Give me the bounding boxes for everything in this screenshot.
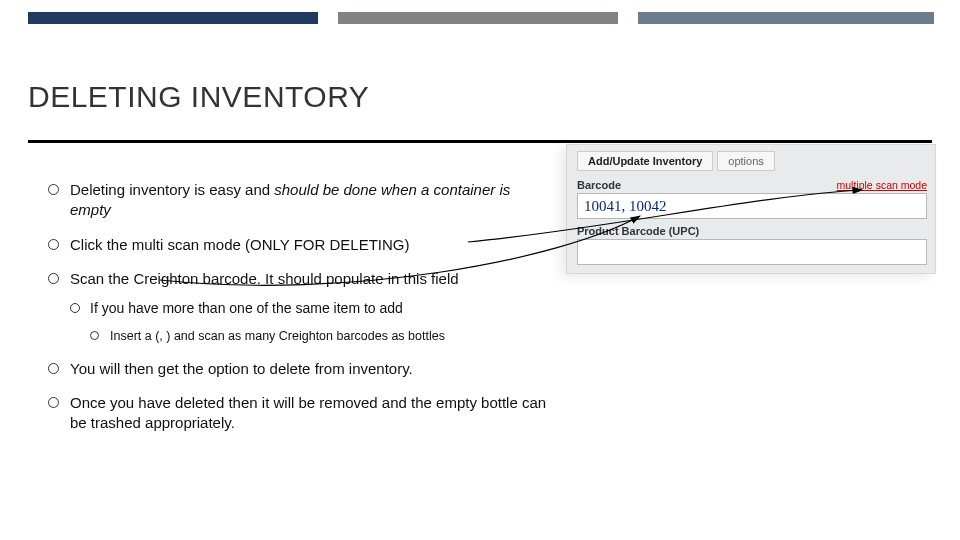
accent-seg-1 bbox=[28, 12, 318, 24]
bullet-3-1-text: If you have more than one of the same it… bbox=[90, 300, 403, 316]
barcode-input[interactable] bbox=[577, 193, 927, 219]
title-block: DELETING INVENTORY bbox=[28, 80, 932, 143]
accent-seg-3 bbox=[638, 12, 934, 24]
multi-scan-link[interactable]: multiple scan mode bbox=[837, 179, 927, 191]
bullet-1-text-a: Deleting inventory is easy and bbox=[70, 181, 274, 198]
upc-input[interactable] bbox=[577, 239, 927, 265]
accent-bar bbox=[0, 12, 960, 24]
upc-label: Product Barcode (UPC) bbox=[577, 225, 699, 237]
inventory-panel: Add/Update Inventory options Barcode mul… bbox=[566, 144, 936, 274]
bullet-2: Click the multi scan mode (ONLY FOR DELE… bbox=[48, 235, 548, 255]
bullet-3: Scan the Creighton barcode. It should po… bbox=[48, 269, 548, 345]
bullet-3-1: If you have more than one of the same it… bbox=[70, 299, 548, 345]
bullet-4: You will then get the option to delete f… bbox=[48, 359, 548, 379]
slide-title: DELETING INVENTORY bbox=[28, 80, 932, 114]
tab-options[interactable]: options bbox=[717, 151, 774, 171]
panel-tabs: Add/Update Inventory options bbox=[577, 151, 927, 171]
tab-add-update[interactable]: Add/Update Inventory bbox=[577, 151, 713, 171]
barcode-label: Barcode bbox=[577, 179, 621, 191]
bullet-1: Deleting inventory is easy and should be… bbox=[48, 180, 548, 221]
body-text: Deleting inventory is easy and should be… bbox=[48, 180, 548, 448]
accent-seg-2 bbox=[338, 12, 618, 24]
upc-row: Product Barcode (UPC) bbox=[577, 225, 927, 265]
bullet-3-1-1: Insert a (, ) and scan as many Creighton… bbox=[90, 328, 548, 345]
barcode-row: Barcode multiple scan mode bbox=[577, 179, 927, 219]
bullet-5: Once you have deleted then it will be re… bbox=[48, 393, 548, 434]
bullet-3-text: Scan the Creighton barcode. It should po… bbox=[70, 270, 459, 287]
